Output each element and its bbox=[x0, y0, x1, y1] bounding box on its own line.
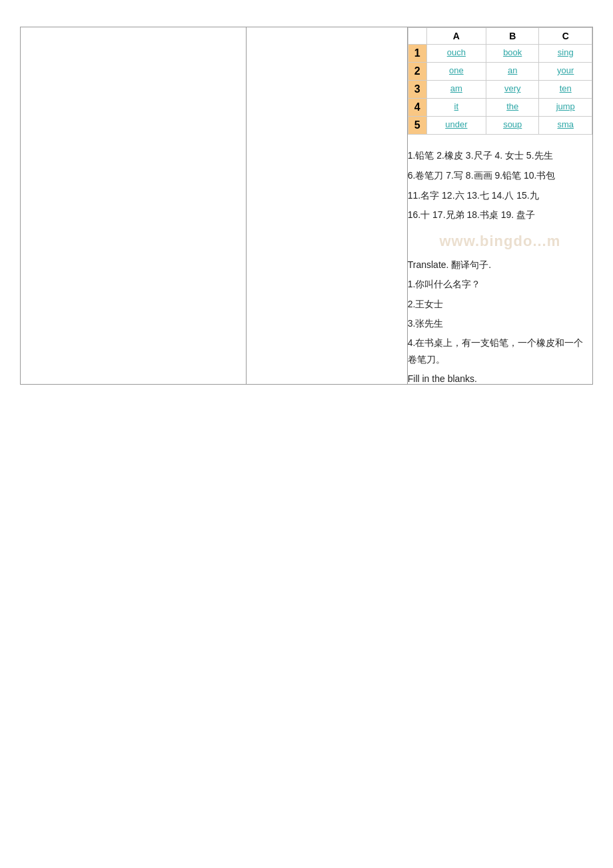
translate-item-4: 4.在书桌上，有一支铅笔，一个橡皮和一个卷笔刀。 bbox=[408, 335, 592, 368]
cell-a: one bbox=[426, 63, 486, 81]
translate-item-1: 1.你叫什么名字？ bbox=[408, 276, 592, 293]
cell-a: under bbox=[426, 117, 486, 135]
main-table: A B C 1ouchbooksing2oneanyour3amveryten4… bbox=[20, 27, 593, 385]
row-number: 5 bbox=[408, 117, 426, 135]
vocab-group4: 16.十 17.兄弟 18.书桌 19. 盘子 bbox=[408, 207, 592, 223]
translate-section: Translate. 翻译句子. 1.你叫什么名字？2.王女士3.张先生4.在书… bbox=[408, 257, 592, 368]
word-table: A B C 1ouchbooksing2oneanyour3amveryten4… bbox=[408, 27, 592, 135]
cell-c: sma bbox=[539, 117, 592, 135]
vocab-group3: 11.名字 12.六 13.七 14.八 15.九 bbox=[408, 188, 592, 204]
table-row: 5undersoupsma bbox=[408, 117, 592, 135]
cell-c: your bbox=[539, 63, 592, 81]
translate-header: Translate. 翻译句子. bbox=[408, 257, 592, 273]
col-header-b: B bbox=[486, 28, 539, 45]
fill-blanks: Fill in the blanks. bbox=[408, 373, 592, 384]
vocab-section: 1.铅笔 2.橡皮 3.尺子 4. 女士 5.先生 6.卷笔刀 7.写 8.画画… bbox=[408, 148, 592, 223]
col-header-c: C bbox=[539, 28, 592, 45]
cell-c: jump bbox=[539, 99, 592, 117]
row-number: 4 bbox=[408, 99, 426, 117]
table-row: 4itthejump bbox=[408, 99, 592, 117]
cell-c: sing bbox=[539, 45, 592, 63]
cell-a: am bbox=[426, 81, 486, 99]
page-wrapper: A B C 1ouchbooksing2oneanyour3amveryten4… bbox=[0, 0, 613, 411]
cell-a: ouch bbox=[426, 45, 486, 63]
col-header-a: A bbox=[426, 28, 486, 45]
cell-b: the bbox=[486, 99, 539, 117]
col-right: A B C 1ouchbooksing2oneanyour3amveryten4… bbox=[407, 27, 592, 385]
col-left bbox=[21, 27, 247, 385]
row-number: 3 bbox=[408, 81, 426, 99]
cell-b: an bbox=[486, 63, 539, 81]
cell-b: soup bbox=[486, 117, 539, 135]
cell-a: it bbox=[426, 99, 486, 117]
cell-b: book bbox=[486, 45, 539, 63]
col-header-num bbox=[408, 28, 426, 45]
row-number: 2 bbox=[408, 63, 426, 81]
translate-item-3: 3.张先生 bbox=[408, 315, 592, 332]
table-row: 1ouchbooksing bbox=[408, 45, 592, 63]
table-row: 3amveryten bbox=[408, 81, 592, 99]
col-middle bbox=[246, 27, 407, 385]
table-row: 2oneanyour bbox=[408, 63, 592, 81]
cell-c: ten bbox=[539, 81, 592, 99]
row-number: 1 bbox=[408, 45, 426, 63]
translate-item-2: 2.王女士 bbox=[408, 296, 592, 313]
vocab-group1: 1.铅笔 2.橡皮 3.尺子 4. 女士 5.先生 bbox=[408, 148, 592, 164]
watermark: www.bingdo...m bbox=[408, 233, 592, 250]
vocab-group2: 6.卷笔刀 7.写 8.画画 9.铅笔 10.书包 bbox=[408, 168, 592, 184]
cell-b: very bbox=[486, 81, 539, 99]
